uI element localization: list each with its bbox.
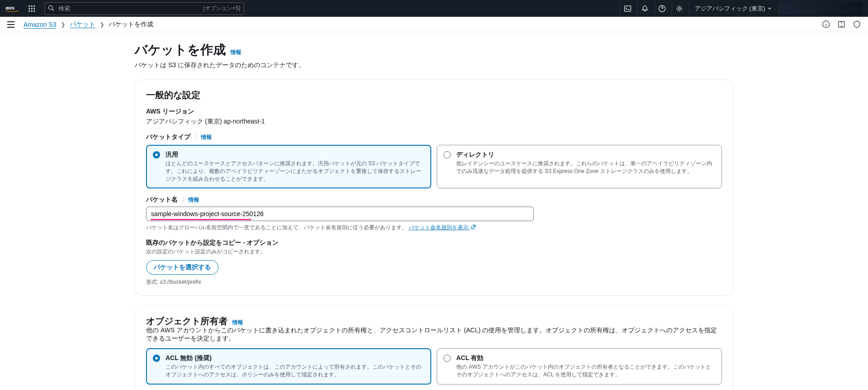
svg-rect-7 <box>29 10 30 12</box>
breadcrumb-bar: Amazon S3 ❯ バケット ❯ バケットを作成 <box>0 17 868 32</box>
chevron-down-icon <box>768 7 771 10</box>
svg-text:aws: aws <box>5 5 15 10</box>
search-shortcut-hint: [オプション+S] <box>203 5 240 12</box>
radio-icon <box>444 355 451 362</box>
aws-logo[interactable]: aws <box>5 5 19 13</box>
chevron-right-icon: ❯ <box>61 21 65 28</box>
svg-point-10 <box>49 5 53 10</box>
svg-rect-3 <box>34 5 35 7</box>
svg-rect-5 <box>31 8 33 9</box>
option-title: ディレクトリ <box>456 151 715 159</box>
radio-icon <box>444 151 451 158</box>
option-description: このバケット内のすべてのオブジェクトは、このアカウントによって所有されます。この… <box>166 363 424 379</box>
acl-disabled-option[interactable]: ACL 無効 (推奨) このバケット内のすべてのオブジェクトは、このアカウントに… <box>146 348 431 385</box>
acl-enabled-option[interactable]: ACL 有効 他の AWS アカウントがこのバケット内のオブジェクトの所有者とな… <box>437 348 722 385</box>
account-menu[interactable] <box>779 1 863 16</box>
help-icon[interactable] <box>654 1 670 16</box>
format-hint: 形式: s3://bucket/prefix <box>146 278 722 286</box>
acl-options: ACL 無効 (推奨) このバケット内のすべてのオブジェクトは、このアカウントに… <box>146 348 722 385</box>
svg-point-14 <box>678 7 681 10</box>
copy-settings-heading: 既存のバケットから設定をコピー - オプション <box>146 239 722 247</box>
svg-rect-1 <box>29 5 30 7</box>
svg-rect-8 <box>31 10 33 12</box>
object-ownership-panel: オブジェクト所有者 情報 他の AWS アカウントからこのバケットに書き込まれた… <box>135 306 733 390</box>
svg-rect-2 <box>31 5 33 7</box>
search-icon <box>48 5 54 11</box>
bucket-name-hint: バケット名はグローバル名前空間内で一意であることに加えて、バケット命名規則に従う… <box>146 224 722 232</box>
choose-bucket-button[interactable]: バケットを選択する <box>146 260 219 275</box>
info-icon[interactable] <box>822 20 830 29</box>
external-link-icon <box>471 225 476 229</box>
general-settings-panel: 一般的な設定 AWS リージョン アジアパシフィック (東京) ap-north… <box>135 79 733 296</box>
option-title: ACL 有効 <box>456 354 715 362</box>
notifications-icon[interactable] <box>637 1 653 16</box>
svg-rect-6 <box>34 8 35 9</box>
svg-rect-12 <box>624 6 631 11</box>
bucket-type-general-purpose[interactable]: 汎用 ほとんどのユースケースとアクセスパターンに推奨されます。汎用バケットが元の… <box>146 145 431 188</box>
bucket-name-input[interactable] <box>146 207 534 221</box>
option-description: ほとんどのユースケースとアクセスパターンに推奨されます。汎用バケットが元の S3… <box>166 160 424 183</box>
region-label: AWS リージョン <box>146 108 722 116</box>
page-description: バケットは S3 に保存されたデータのためのコンテナです。 <box>135 61 733 69</box>
main-content: バケットを作成 情報 バケットは S3 に保存されたデータのためのコンテナです。… <box>135 32 733 390</box>
general-heading: 一般的な設定 <box>146 89 722 101</box>
svg-rect-9 <box>34 10 35 12</box>
cloudshell-icon[interactable] <box>620 1 635 16</box>
breadcrumb-current: バケットを作成 <box>109 20 153 29</box>
breadcrumb-root[interactable]: Amazon S3 <box>24 21 56 28</box>
search-container: [オプション+S] <box>44 2 244 15</box>
option-title: 汎用 <box>166 151 424 159</box>
bucket-type-label: バケットタイプ <box>146 133 190 140</box>
naming-rules-link[interactable]: バケット命名規則を表示 <box>409 224 475 231</box>
copy-settings-description: 次の設定のバケット設定のみがコピーされます。 <box>146 248 722 256</box>
ownership-heading: オブジェクト所有者 <box>146 316 228 326</box>
diagnostic-icon[interactable] <box>837 20 845 29</box>
region-selector[interactable]: アジアパシフィック (東京) <box>689 1 777 16</box>
ownership-description: 他の AWS アカウントからこのバケットに書き込まれたオブジェクトの所有権と、ア… <box>146 326 722 343</box>
ownership-info-link[interactable]: 情報 <box>232 319 243 326</box>
option-description: 他の AWS アカウントがこのバケット内のオブジェクトの所有者となることができま… <box>456 363 715 379</box>
breadcrumb-buckets[interactable]: バケット <box>70 20 95 29</box>
settings-icon[interactable] <box>672 1 687 16</box>
side-panel-toggle[interactable] <box>7 20 16 29</box>
bucket-type-info-link[interactable]: 情報 <box>201 134 212 140</box>
option-description: 低レイテンシーのユースケースに推奨されます。これらのバケットは、単一のアベイラビ… <box>456 160 715 175</box>
option-title: ACL 無効 (推奨) <box>166 354 424 362</box>
bucket-type-directory[interactable]: ディレクトリ 低レイテンシーのユースケースに推奨されます。これらのバケットは、単… <box>437 145 722 188</box>
bucket-name-info-link[interactable]: 情報 <box>188 197 199 203</box>
preferences-icon[interactable] <box>853 20 861 29</box>
topnav-right: アジアパシフィック (東京) <box>620 1 863 16</box>
radio-icon <box>153 151 160 158</box>
services-menu-icon[interactable] <box>24 1 39 16</box>
radio-icon <box>153 355 160 362</box>
page-title: バケットを作成 <box>135 43 226 57</box>
top-navigation: aws [オプション+S] アジアパシフィック (東京) <box>0 0 868 17</box>
svg-line-11 <box>52 9 54 11</box>
svg-rect-4 <box>29 8 30 9</box>
bucket-type-options: 汎用 ほとんどのユースケースとアクセスパターンに推奨されます。汎用バケットが元の… <box>146 145 722 188</box>
chevron-right-icon: ❯ <box>100 21 104 28</box>
svg-point-17 <box>825 22 826 23</box>
bucket-name-label: バケット名 <box>146 196 178 203</box>
region-label: アジアパシフィック (東京) <box>695 5 765 13</box>
region-value: アジアパシフィック (東京) ap-northeast-1 <box>146 118 722 126</box>
page-info-link[interactable]: 情報 <box>230 49 241 55</box>
